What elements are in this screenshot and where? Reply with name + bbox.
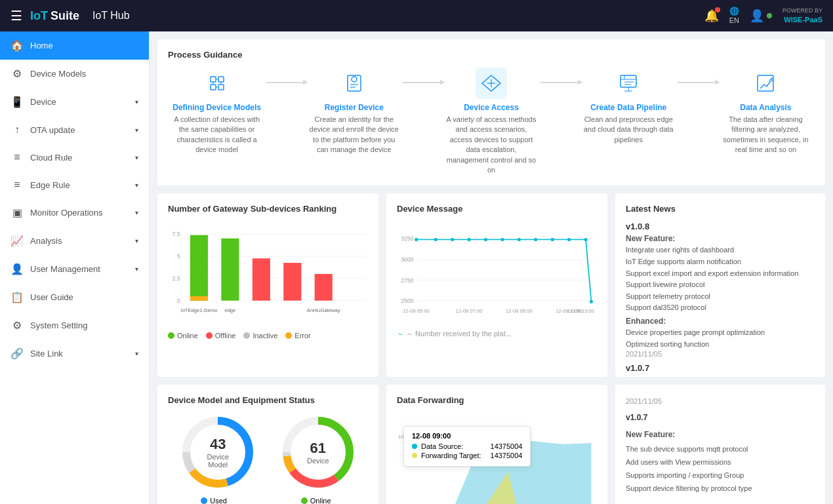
svg-text:3250: 3250 [401,236,414,242]
news-new-feature-label: New Feature: [626,234,815,243]
process-guidance-section: Process Guidance [157,39,825,185]
sidebar-item-user-guide[interactable]: 📋 User Guide [0,283,149,311]
register-device-icon [338,68,370,99]
process-step-register-device[interactable]: Register Device Create an identity for t… [305,68,403,155]
bottom-grid: Device Model and Equipment Status [157,385,825,504]
svg-text:2750: 2750 [401,277,414,284]
sidebar-item-home[interactable]: 🏠 Home [0,31,149,60]
sidebar-item-user-management[interactable]: 👤 User Management ▾ [0,255,149,283]
donut-row: 43 Device Model [168,413,368,492]
device-donut: 61 Device [279,413,357,492]
step-title: Defining Device Models [173,103,261,112]
tooltip-target-row: Forwarding Target: 14375004 [412,452,522,459]
svg-point-50 [451,238,454,241]
site-link-icon: 🔗 [10,347,24,360]
sidebar-item-analysis[interactable]: 📈 Analysis ▾ [0,227,149,255]
latest-news-title: Latest News [626,204,815,214]
step-title: Create Data Pipeline [590,103,666,112]
news-version-108: v1.0.8 [626,222,815,231]
news-item: Optimized sorting function [626,339,815,351]
step-desc: A collection of devices with the same ca… [171,115,263,155]
gateway-chart-title: Number of Gateway Sub-devices Ranking [168,204,368,214]
user-profile[interactable]: 👤 [750,9,772,23]
sidebar-item-label: Site Link [30,349,129,359]
news-extra-content: 2021/11/05 v1.0.7 New Feature: The sub d… [626,395,815,495]
chevron-down-icon: ▾ [135,182,138,189]
device-donut-label: 61 Device [307,440,329,465]
sidebar-item-system-setting[interactable]: ⚙ System Setting [0,311,149,339]
connector-3 [540,68,580,83]
tooltip-target-label: Forwarding Target: [421,452,481,459]
sidebar-item-site-link[interactable]: 🔗 Site Link ▾ [0,339,149,368]
online-indicator [767,13,772,18]
offline-dot [206,332,213,339]
sidebar-item-device[interactable]: 📱 Device ▾ [0,88,149,116]
sidebar-item-label: Cloud Rule [30,153,129,163]
logo-iot: IoT [30,9,48,23]
menu-button[interactable]: ☰ [10,8,22,24]
svg-text:12-08 09:00: 12-08 09:00 [506,309,533,315]
process-step-data-analysis[interactable]: Data Analysis The data after cleaning fi… [717,68,815,155]
connector-2 [403,68,442,83]
user-guide-icon: 📋 [10,291,24,303]
legend-online-device: Online [301,497,335,504]
sidebar-item-ota-update[interactable]: ↑ OTA update ▾ [0,116,149,144]
content-area: Process Guidance [150,31,833,504]
process-step-defining-device-models[interactable]: Defining Device Models A collection of d… [168,68,266,155]
svg-point-54 [518,238,521,241]
news-item: Support livewire protocol [626,279,815,291]
legend-online: Online [168,332,198,339]
main-layout: 🏠 Home ⚙ Device Models 📱 Device ▾ ↑ OTA … [0,31,833,504]
home-icon: 🏠 [10,39,24,52]
device-icon: 📱 [10,96,24,108]
sidebar-item-label: Home [30,41,138,50]
edge-rule-icon: ≡ [10,179,24,191]
process-step-device-access[interactable]: Device Access A variety of access method… [442,68,540,175]
sidebar-item-label: System Setting [30,320,138,330]
chevron-down-icon: ▾ [135,350,138,357]
sidebar-item-monitor-operations[interactable]: ▣ Monitor Operations ▾ [0,199,149,227]
online-dot [168,332,174,339]
connector-4 [678,68,717,83]
svg-text:edge: edge [224,307,235,313]
process-step-create-data-pipeline[interactable]: Create Data Pipeline Clean and preproces… [580,68,678,145]
sidebar-item-label: Device [30,97,129,107]
svg-text:2500: 2500 [401,298,414,304]
svg-text:5: 5 [177,254,180,260]
device-models-icon: ⚙ [10,68,24,80]
logo-suite: Suite [51,9,79,23]
svg-rect-1 [218,77,224,82]
device-message-card: Device Message 3250 3000 2750 2500 [386,193,607,377]
app-title: IoT Hub [92,10,130,22]
process-guidance-title: Process Guidance [168,50,815,60]
model-legend: Used Unused Error [201,497,235,504]
data-forwarding-tooltip: 12-08 09:00 Data Source: 14375004 Forwar… [403,426,531,467]
device-model-donut-container: 43 Device Model [178,413,257,492]
device-legend: Online Offline Inactive [301,497,335,504]
svg-point-55 [534,238,537,241]
cloud-rule-icon: ≡ [10,151,24,163]
bottom-news-placeholder: 2021/11/05 v1.0.7 New Feature: The sub d… [615,385,825,504]
sidebar-item-cloud-rule[interactable]: ≡ Cloud Rule ▾ [0,144,149,171]
sidebar-item-edge-rule[interactable]: ≡ Edge Rule ▾ [0,171,149,199]
svg-rect-34 [253,259,270,301]
tooltip-time: 12-08 09:00 [412,432,522,440]
sidebar-item-device-models[interactable]: ⚙ Device Models [0,60,149,88]
error-dot [285,332,292,339]
chart-legend: Online Offline Inactive Error [168,332,368,339]
device-model-status-card: Device Model and Equipment Status [157,385,378,504]
notification-bell[interactable]: 🔔 [704,9,719,23]
device-access-icon [476,68,507,99]
svg-point-52 [484,238,487,241]
language-selector[interactable]: 🌐EN [729,7,739,25]
svg-text:12-08 07:00: 12-08 07:00 [456,309,483,315]
svg-rect-35 [283,263,301,301]
donut-label: 43 Device Model [198,436,237,469]
gateway-chart-card: Number of Gateway Sub-devices Ranking 7.… [157,193,378,377]
chevron-down-icon: ▾ [135,126,138,134]
step-title: Register Device [325,103,384,112]
svg-text:2.5: 2.5 [173,276,180,282]
sidebar-item-label: Analysis [30,236,129,246]
sidebar: 🏠 Home ⚙ Device Models 📱 Device ▾ ↑ OTA … [0,31,150,504]
svg-text:IoTEdge1-Demo: IoTEdge1-Demo [181,307,218,313]
